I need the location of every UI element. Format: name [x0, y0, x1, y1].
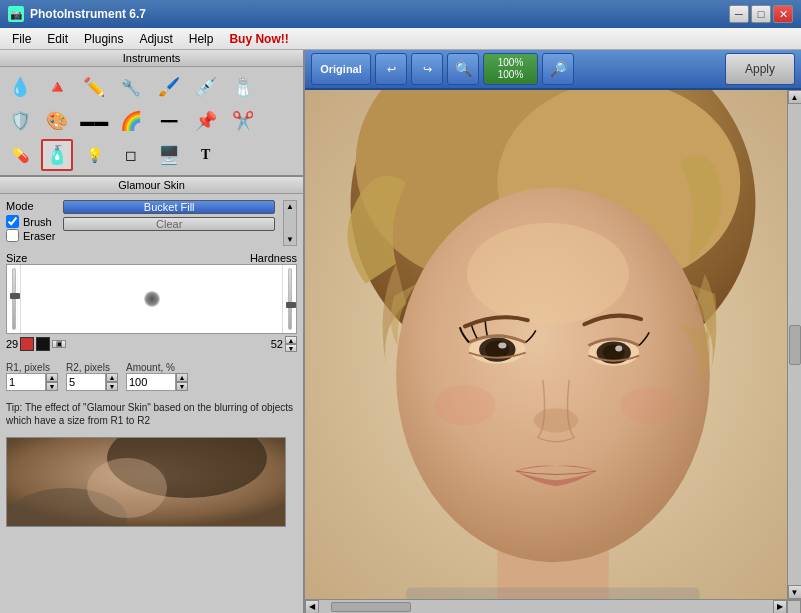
canvas-area: ▲ ▼ ◀ ▶ — [305, 90, 801, 613]
hardness-spinner[interactable]: ▲ ▼ — [285, 336, 297, 352]
hardness-label: Hardness — [250, 252, 297, 264]
instruments-grid: 💧 🔺 ✏️ 🔧 🖌️ 💉 🧂 🛡️ 🎨 ▬▬ 🌈 ━━ 📌 ✂️ 💊 — [0, 67, 303, 175]
menu-file[interactable]: File — [4, 30, 39, 48]
svg-point-21 — [621, 387, 678, 423]
scroll-thumb-v[interactable] — [789, 325, 801, 365]
r1-group: R1, pixels ▲ ▼ — [6, 362, 58, 391]
scroll-up-arrow[interactable]: ▲ — [788, 90, 802, 104]
svg-point-13 — [485, 340, 509, 358]
undo-button[interactable]: ↩ — [375, 53, 407, 85]
mode-brush-checkbox[interactable] — [6, 215, 19, 228]
tool-monitor[interactable]: 🖥️ — [153, 139, 185, 171]
r1-input-row: ▲ ▼ — [6, 373, 58, 391]
scroll-left-arrow[interactable]: ◀ — [305, 600, 319, 614]
tool-brush[interactable]: 🖌️ — [153, 71, 185, 103]
r1-down[interactable]: ▼ — [46, 382, 58, 391]
redo-button[interactable]: ↪ — [411, 53, 443, 85]
r1-up[interactable]: ▲ — [46, 373, 58, 382]
tool-dropper[interactable]: 💧 — [4, 71, 36, 103]
vertical-scrollbar[interactable]: ▲ ▼ — [787, 90, 801, 599]
params-row: R1, pixels ▲ ▼ R2, pixels — [6, 362, 297, 391]
amount-input-row: ▲ ▼ — [126, 373, 188, 391]
menu-buy-now[interactable]: Buy Now!! — [221, 30, 296, 48]
original-button[interactable]: Original — [311, 53, 371, 85]
tool-syringe[interactable]: 💊 — [4, 139, 36, 171]
tool-badge[interactable]: 🛡️ — [4, 105, 36, 137]
scrollbar-corner — [787, 600, 801, 614]
scroll-up-icon[interactable]: ▲ — [286, 202, 294, 211]
mode-brush-label: Brush — [23, 216, 52, 228]
size-label: Size — [6, 252, 27, 264]
instruments-title: Instruments — [0, 50, 303, 67]
portrait-svg — [305, 90, 801, 599]
menu-edit[interactable]: Edit — [39, 30, 76, 48]
size-value: 29 — [6, 338, 18, 350]
mode-eraser-label: Eraser — [23, 230, 55, 242]
image-viewport[interactable]: ▲ ▼ — [305, 90, 801, 599]
mode-options: Brush Eraser — [6, 215, 55, 242]
tool-spectrum[interactable]: 🌈 — [115, 105, 147, 137]
close-button[interactable]: ✕ — [773, 5, 793, 23]
glamour-title: Glamour Skin — [0, 177, 303, 194]
r2-up[interactable]: ▲ — [106, 373, 118, 382]
scroll-right-arrow[interactable]: ▶ — [773, 600, 787, 614]
amount-input[interactable] — [126, 373, 176, 391]
tool-bottle[interactable]: 🧴 — [41, 139, 73, 171]
tool-colorwheel[interactable]: 🎨 — [41, 105, 73, 137]
r1-input[interactable] — [6, 373, 46, 391]
bucket-fill-button[interactable]: Bucket Fill — [63, 200, 275, 214]
mode-eraser-checkbox[interactable] — [6, 229, 19, 242]
scroll-down-icon[interactable]: ▼ — [286, 235, 294, 244]
size-slider-area[interactable] — [7, 265, 21, 333]
hardness-slider-area[interactable] — [282, 265, 296, 333]
scroll-thumb-h[interactable] — [331, 602, 411, 612]
amount-spinner[interactable]: ▲ ▼ — [176, 373, 188, 391]
zoom-level-button[interactable]: 100%100% — [483, 53, 538, 85]
tool-pin[interactable]: 📌 — [190, 105, 222, 137]
window-controls: ─ □ ✕ — [729, 5, 793, 23]
tool-smudge[interactable]: 🧂 — [227, 71, 259, 103]
tool-pipette[interactable]: 💉 — [190, 71, 222, 103]
apply-button[interactable]: Apply — [725, 53, 795, 85]
color-box-red[interactable] — [20, 337, 34, 351]
tool-lightbulb[interactable]: 💡 — [78, 139, 110, 171]
glamour-panel: Glamour Skin Mode Brush Era — [0, 177, 303, 613]
tool-stamp[interactable]: 🔧 — [115, 71, 147, 103]
r1-label: R1, pixels — [6, 362, 58, 373]
r2-label: R2, pixels — [66, 362, 118, 373]
amount-up[interactable]: ▲ — [176, 373, 188, 382]
window-title: PhotoInstrument 6.7 — [30, 7, 146, 21]
brush-preview-area — [6, 264, 297, 334]
tool-eraser[interactable]: ◻ — [115, 139, 147, 171]
tool-scissors[interactable]: ✂️ — [227, 105, 259, 137]
minimize-button[interactable]: ─ — [729, 5, 749, 23]
zoom-out-button[interactable]: 🔍 — [447, 53, 479, 85]
r2-down[interactable]: ▼ — [106, 382, 118, 391]
menu-help[interactable]: Help — [181, 30, 222, 48]
tool-pencil[interactable]: ✏️ — [78, 71, 110, 103]
menu-plugins[interactable]: Plugins — [76, 30, 131, 48]
tool-empty4 — [264, 139, 296, 171]
zoom-in-button[interactable]: 🔎 — [542, 53, 574, 85]
tip-text: Tip: The effect of "Glamour Skin" based … — [6, 401, 297, 427]
color-box-black[interactable] — [36, 337, 50, 351]
amount-group: Amount, % ▲ ▼ — [126, 362, 188, 391]
maximize-button[interactable]: □ — [751, 5, 771, 23]
opacity-box[interactable]: ▣ — [52, 340, 66, 348]
svg-point-3 — [87, 458, 167, 518]
title-bar: 📷 PhotoInstrument 6.7 ─ □ ✕ — [0, 0, 801, 28]
horizontal-scrollbar[interactable]: ◀ ▶ — [305, 599, 801, 613]
svg-rect-22 — [406, 587, 700, 599]
tool-text[interactable]: T — [190, 139, 222, 171]
menu-adjust[interactable]: Adjust — [131, 30, 180, 48]
clear-button[interactable]: Clear — [63, 217, 275, 231]
tool-line[interactable]: ━━ — [153, 105, 185, 137]
tool-triangle[interactable]: 🔺 — [41, 71, 73, 103]
hardness-value: 52 — [271, 338, 283, 350]
amount-down[interactable]: ▼ — [176, 382, 188, 391]
r1-spinner[interactable]: ▲ ▼ — [46, 373, 58, 391]
tool-gradient[interactable]: ▬▬ — [78, 105, 110, 137]
r2-input[interactable] — [66, 373, 106, 391]
scroll-down-arrow[interactable]: ▼ — [788, 585, 802, 599]
r2-spinner[interactable]: ▲ ▼ — [106, 373, 118, 391]
